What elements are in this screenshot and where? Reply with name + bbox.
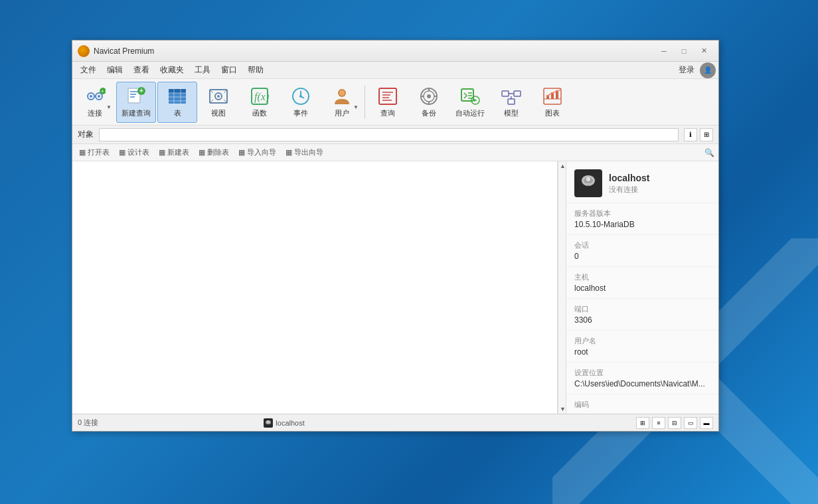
settings-label: 设置位置 [574, 368, 710, 378]
view-mode-button[interactable]: ⊞ [700, 128, 713, 141]
info-icon-button[interactable]: ℹ [684, 128, 697, 141]
import-wizard-icon: ▦ [238, 148, 245, 157]
new-table-icon: ▦ [159, 148, 165, 157]
new-query-label: 新建查询 [122, 108, 151, 118]
connect-icon: + [84, 86, 106, 107]
menu-window[interactable]: 窗口 [216, 62, 242, 78]
toolbar-view-button[interactable]: 视图 [199, 82, 238, 123]
autorun-label: 自动运行 [455, 108, 485, 118]
delete-table-button[interactable]: ▦ 删除表 [195, 146, 233, 159]
svg-rect-54 [508, 99, 515, 104]
function-label: 函数 [252, 108, 267, 118]
svg-point-64 [586, 177, 590, 181]
svg-text:+: + [139, 87, 143, 94]
username-value: root [574, 347, 710, 357]
svg-rect-14 [169, 89, 186, 93]
right-info-panel: localhost 没有连接 服务器版本 10.5.10-MariaDB 会话 … [566, 161, 718, 414]
host-label: 主机 [574, 272, 710, 282]
export-wizard-button[interactable]: ▦ 导出向导 [282, 146, 327, 159]
status-bar: 0 连接 localhost ⊞ ≡ ⊟ ▭ ▬ [72, 414, 718, 431]
connect-dropdown-icon: ▼ [106, 104, 112, 110]
delete-table-label: 删除表 [207, 147, 229, 157]
server-version-label: 服务器版本 [574, 209, 710, 218]
menu-favorites[interactable]: 收藏夹 [155, 62, 189, 78]
menu-help[interactable]: 帮助 [242, 62, 269, 78]
window-controls: ─ □ ✕ [655, 44, 713, 58]
toolbar-backup-button[interactable]: 备份 [409, 82, 449, 123]
design-table-icon: ▦ [119, 148, 125, 157]
toolbar-new-query-button[interactable]: + 新建查询 [116, 82, 156, 123]
import-wizard-button[interactable]: ▦ 导入向导 [234, 146, 280, 159]
scroll-down-button[interactable]: ▼ [558, 404, 566, 414]
toolbar-separator-1 [365, 86, 365, 119]
export-wizard-label: 导出向导 [294, 147, 323, 157]
object-view-icons: ℹ ⊞ [684, 128, 713, 141]
open-table-button[interactable]: ▦ 打开表 [75, 146, 114, 159]
list-view-button[interactable]: ≡ [652, 417, 665, 429]
status-server-icon [264, 418, 273, 428]
new-table-label: 新建表 [167, 147, 189, 157]
split-view-button[interactable]: ▬ [700, 417, 713, 429]
table-view-button[interactable]: ⊟ [668, 417, 681, 429]
settings-section: 设置位置 C:\Users\ied\Documents\Navicat\M... [566, 363, 718, 394]
model-label: 模型 [504, 108, 519, 118]
host-section: 主机 localhost [566, 267, 718, 299]
export-wizard-icon: ▦ [286, 148, 292, 157]
action-search-button[interactable]: 🔍 [702, 146, 716, 159]
username-label: 用户名 [574, 336, 710, 346]
toolbar-model-button[interactable]: 模型 [491, 82, 531, 123]
menu-bar: 文件 编辑 查看 收藏夹 工具 窗口 帮助 登录 👤 [72, 62, 718, 79]
toolbar-autorun-button[interactable]: 自动运行 [450, 82, 490, 123]
query-icon [377, 86, 398, 107]
toolbar: + 连接 ▼ + 新建查询 [72, 79, 718, 126]
title-bar: Navicat Premium ─ □ ✕ [72, 41, 718, 62]
toolbar-query-button[interactable]: 查询 [368, 82, 408, 123]
connect-label: 连接 [88, 108, 102, 118]
open-table-label: 打开表 [88, 147, 110, 157]
menu-file[interactable]: 文件 [75, 62, 102, 78]
toolbar-connect-button[interactable]: + 连接 ▼ [75, 82, 115, 123]
svg-text:+: + [101, 88, 104, 94]
new-query-icon: + [125, 86, 147, 107]
restore-button[interactable]: □ [675, 44, 693, 58]
port-section: 端口 3306 [566, 299, 718, 331]
toolbar-event-button[interactable]: 事件 [281, 82, 321, 123]
design-table-label: 设计表 [127, 147, 149, 157]
left-pane [72, 161, 558, 414]
server-header: localhost 没有连接 [566, 161, 718, 203]
svg-point-4 [98, 95, 100, 98]
table-label: 表 [174, 108, 181, 118]
close-button[interactable]: ✕ [695, 44, 713, 58]
toolbar-chart-button[interactable]: 图表 [532, 82, 572, 123]
vertical-scrollbar[interactable]: ▲ ▼ [558, 161, 566, 414]
encoding-label: 编码 [574, 400, 710, 410]
new-table-button[interactable]: ▦ 新建表 [155, 146, 193, 159]
single-view-button[interactable]: ▭ [684, 417, 697, 429]
user-dropdown-icon: ▼ [353, 104, 359, 110]
menu-view[interactable]: 查看 [128, 62, 155, 78]
scroll-up-button[interactable]: ▲ [558, 161, 566, 171]
grid-view-button[interactable]: ⊞ [636, 417, 649, 429]
window-title: Navicat Premium [94, 46, 655, 56]
menu-edit[interactable]: 编辑 [102, 62, 128, 78]
toolbar-function-button[interactable]: f(x) 函数 [240, 82, 280, 123]
server-name: localhost [609, 173, 649, 183]
server-version-value: 10.5.10-MariaDB [574, 220, 710, 229]
design-table-button[interactable]: ▦ 设计表 [115, 146, 153, 159]
server-version-section: 服务器版本 10.5.10-MariaDB [566, 203, 718, 235]
table-icon [167, 86, 188, 107]
svg-point-34 [339, 90, 345, 96]
session-section: 会话 0 [566, 235, 718, 267]
status-view-icons: ⊞ ≡ ⊟ ▭ ▬ [636, 417, 713, 429]
svg-text:f(x): f(x) [254, 91, 269, 103]
toolbar-user-button[interactable]: 用户 ▼ [322, 82, 362, 123]
toolbar-table-button[interactable]: 表 [157, 82, 197, 123]
menu-tools[interactable]: 工具 [189, 62, 216, 78]
port-label: 端口 [574, 304, 710, 314]
main-window: Navicat Premium ─ □ ✕ 文件 编辑 查看 收藏夹 工具 窗口… [72, 40, 719, 432]
user-avatar[interactable]: 👤 [700, 62, 716, 78]
view-label: 视图 [211, 108, 226, 118]
object-search-input[interactable] [99, 128, 679, 141]
minimize-button[interactable]: ─ [655, 44, 673, 58]
login-link[interactable]: 登录 [673, 62, 700, 78]
